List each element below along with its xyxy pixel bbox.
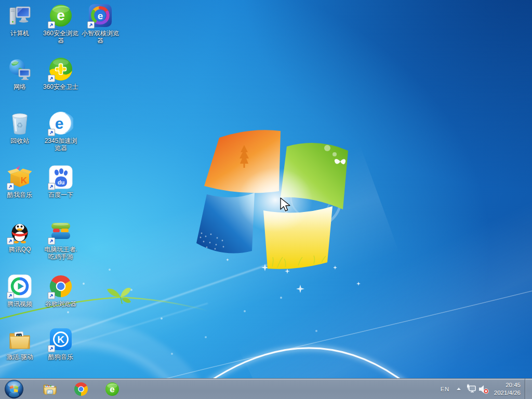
tray-time: 20:45 (494, 381, 521, 389)
desktop-icon-label: 酷狗音乐 (48, 353, 73, 361)
desktop-icon-bluestacks[interactable]: 电脑玩王者.吃鸡手游 (41, 219, 81, 260)
desktop-icon-label: 360安全浏览器 (42, 30, 80, 44)
shortcut-arrow-icon (48, 345, 55, 352)
tray-clock[interactable]: 20:45 2021/4/26 (494, 381, 521, 397)
2345-browser-icon: e (48, 111, 73, 136)
baidu-paw-icon: du (48, 165, 73, 190)
volume-muted-icon[interactable] (477, 383, 490, 395)
svg-text:du: du (58, 179, 64, 185)
xiaozhi-browser-icon: e (88, 3, 113, 28)
desktop-icon-tencent-qq[interactable]: 腾讯QQ (0, 219, 39, 253)
mouse-cursor (279, 197, 291, 212)
network-globe-icon (7, 57, 32, 82)
show-hidden-icons-chevron-icon[interactable] (455, 385, 463, 393)
desktop-icon-xiaozhi-browser[interactable]: e 小智双核浏览器 (81, 3, 120, 44)
desktop-icon-label: 激活.驱动 (6, 353, 33, 361)
svg-text:e: e (57, 7, 65, 23)
desktop-icon-label: 2345加速浏览器 (42, 137, 80, 152)
svg-text:♻: ♻ (17, 121, 23, 129)
desktop-icon-label: 电脑玩王者.吃鸡手游 (42, 246, 80, 260)
taskbar: e EN 20:45 2021/4/26 (0, 378, 532, 399)
svg-text:e: e (98, 10, 103, 21)
bluestacks-layers-icon (48, 219, 73, 244)
svg-text:e: e (110, 384, 114, 394)
desktop-icon-label: 360安全卫士 (43, 83, 78, 90)
taskbar-chrome-button[interactable] (73, 381, 89, 397)
desktop-wallpaper: 计算机 e 360安全浏览器 (0, 0, 532, 399)
desktop-icon-chrome[interactable]: 谷歌浏览器 (41, 274, 81, 308)
360-browser-icon: e (48, 3, 73, 28)
shortcut-arrow-icon (48, 237, 55, 245)
desktop-icon-label: 百度一下 (48, 191, 73, 198)
folder-icon (7, 327, 32, 352)
desktop-icon-label: 谷歌浏览器 (45, 300, 76, 308)
desktop-icon-label: 计算机 (10, 30, 29, 37)
tray-date: 2021/4/26 (494, 389, 521, 397)
language-indicator[interactable]: EN (437, 384, 453, 394)
svg-text:K: K (21, 176, 28, 185)
desktop-icon-label: 腾讯QQ (9, 246, 31, 253)
shortcut-arrow-icon (7, 292, 14, 299)
desktop-icon-label: 小智双核浏览器 (81, 30, 119, 44)
shortcut-arrow-icon (7, 237, 14, 245)
360-safeguard-icon (48, 57, 73, 82)
show-desktop-button[interactable] (525, 379, 532, 399)
shortcut-arrow-icon (48, 292, 55, 299)
desktop-icon-360-browser[interactable]: e 360安全浏览器 (41, 3, 81, 44)
shortcut-arrow-icon (48, 183, 55, 190)
svg-text:K: K (57, 334, 64, 345)
desktop-icon-baidu[interactable]: du 百度一下 (41, 165, 81, 198)
shortcut-arrow-icon (87, 21, 95, 29)
desktop-icon-kuwo-music[interactable]: K 酷我音乐 (0, 165, 39, 198)
light-beam (236, 157, 532, 399)
desktop-icon-kugou-music[interactable]: K 酷狗音乐 (41, 327, 81, 361)
desktop-icon-recycle-bin[interactable]: ♻ 回收站 (0, 111, 39, 144)
computer-icon (7, 3, 32, 28)
recycle-bin-icon: ♻ (7, 111, 32, 136)
desktop-icon-network[interactable]: 网络 (0, 57, 39, 90)
svg-text:e: e (55, 115, 64, 132)
shortcut-arrow-icon (48, 75, 55, 82)
windows-logo (193, 126, 354, 274)
chrome-icon (48, 274, 73, 299)
kuwo-music-icon: K (7, 165, 32, 190)
desktop-icon-activate-driver[interactable]: 激活.驱动 (0, 327, 39, 361)
desktop-icon-2345-browser[interactable]: e 2345加速浏览器 (41, 111, 81, 152)
taskbar-windows-explorer-button[interactable] (42, 381, 58, 397)
desktop-icon-tencent-video[interactable]: 腾讯视频 (0, 274, 39, 308)
taskbar-pinned-apps: e (42, 379, 121, 399)
sparkle-dots (0, 0, 1, 1)
shortcut-arrow-icon (7, 183, 14, 190)
start-button[interactable] (4, 379, 24, 399)
shortcut-arrow-icon (48, 21, 55, 29)
taskbar-360-browser-button[interactable]: e (104, 381, 121, 397)
tencent-video-icon (7, 274, 32, 299)
network-icon[interactable] (465, 383, 477, 395)
desktop-icon-label: 回收站 (10, 137, 29, 144)
desktop-icon-label: 网络 (14, 83, 26, 90)
system-tray: EN 20:45 2021/4/26 (437, 379, 532, 399)
desktop-icon-label: 酷我音乐 (7, 191, 32, 198)
kugou-music-icon: K (48, 327, 73, 352)
desktop-icon-label: 腾讯视频 (7, 300, 32, 308)
desktop-icon-computer[interactable]: 计算机 (0, 3, 39, 37)
qq-penguin-icon (7, 219, 32, 244)
shortcut-arrow-icon (48, 129, 55, 136)
desktop-icon-360-safeguard[interactable]: 360安全卫士 (41, 57, 81, 90)
